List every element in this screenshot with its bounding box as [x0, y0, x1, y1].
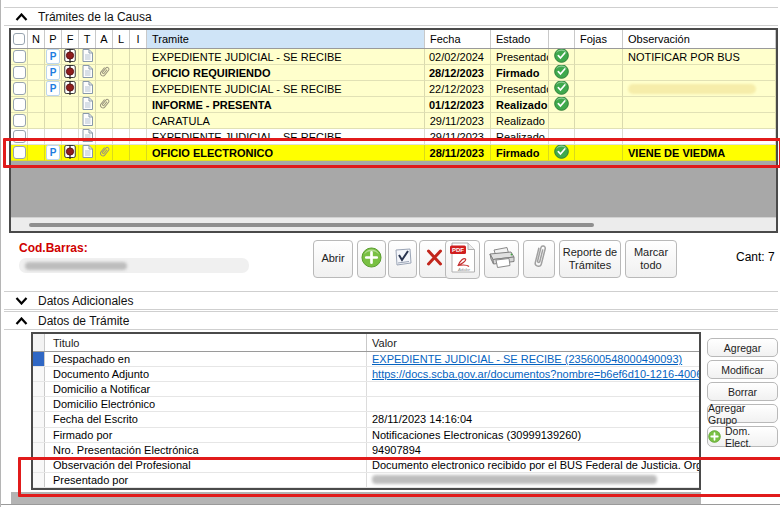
document-icon[interactable]	[82, 49, 93, 64]
reporte-tramites-button[interactable]: Reporte de Trámites	[559, 240, 621, 278]
grid-column-header-tramite[interactable]: Tramite	[147, 30, 425, 48]
presentacion-p-icon[interactable]: P	[46, 81, 60, 96]
row-selector[interactable]	[33, 458, 45, 472]
row-checkbox[interactable]	[13, 50, 26, 63]
grid-column-header-estado[interactable]: Estado	[491, 30, 549, 48]
tramite-cell: OFICIO REQUIRIENDO	[147, 65, 425, 81]
section-header-tramites[interactable]: Trámites de la Causa	[4, 7, 778, 26]
estado-cell: Presentado	[491, 49, 549, 65]
datos-row[interactable]: Domicilio Electrónico	[33, 397, 699, 412]
document-icon[interactable]	[82, 113, 93, 128]
grid-column-header-p[interactable]: P	[45, 30, 62, 48]
grid-column-header-n[interactable]: N	[28, 30, 45, 48]
datos-row[interactable]: Documento Adjuntohttps://docs.scba.gov.a…	[33, 367, 699, 382]
presentacion-p-icon[interactable]: P	[46, 65, 60, 80]
grid-cell	[28, 65, 45, 81]
grid-column-header-fecha[interactable]: Fecha	[425, 30, 491, 48]
presentacion-p-icon[interactable]: P	[46, 145, 60, 160]
grid-column-header-f[interactable]: F	[62, 30, 79, 48]
observacion-cell	[623, 113, 776, 129]
horizontal-scrollbar-thumb[interactable]	[29, 223, 594, 227]
valor-link[interactable]: https://docs.scba.gov.ar/documentos?nomb…	[372, 368, 699, 380]
grid-cell: P	[45, 81, 62, 97]
dom-elect-button[interactable]: Dom. Elect.	[707, 426, 778, 447]
tramite-row[interactable]: CARATULA29/11/2023Realizado	[11, 113, 776, 129]
cod-barras-input[interactable]	[19, 258, 249, 273]
row-selector[interactable]	[33, 382, 45, 396]
attachment-paperclip-icon[interactable]	[98, 97, 111, 112]
datos-row[interactable]: Firmado porNotificaciones Electronicas (…	[33, 428, 699, 443]
attachment-paperclip-icon[interactable]	[98, 145, 111, 160]
tramite-row[interactable]: POFICIO ELECTRONICO28/11/2023FirmadoVIEN…	[11, 145, 776, 161]
borrar-button[interactable]: Borrar	[707, 382, 778, 401]
grid-cell	[96, 129, 113, 145]
document-icon[interactable]	[82, 129, 93, 144]
datos-table-footer-scroll-area[interactable]	[11, 492, 701, 504]
valor-link[interactable]: EXPEDIENTE JUDICIAL - SE RECIBE (2356005…	[372, 353, 682, 365]
datos-row[interactable]: Presentado por	[33, 473, 699, 488]
tramite-cell: EXPEDIENTE JUDICIAL - SE RECIBE	[147, 129, 425, 145]
tramite-row[interactable]: EXPEDIENTE JUDICIAL - SE RECIBE29/11/202…	[11, 129, 776, 145]
firma-seal-icon	[64, 81, 76, 97]
row-checkbox[interactable]	[13, 66, 26, 79]
tramite-row[interactable]: PEXPEDIENTE JUDICIAL - SE RECIBE22/12/20…	[11, 81, 776, 97]
document-icon[interactable]	[82, 97, 93, 112]
row-checkbox[interactable]	[13, 82, 26, 95]
grid-cell: P	[45, 145, 62, 161]
row-selector[interactable]	[33, 352, 45, 366]
datos-row[interactable]: Domicilio a Notificar	[33, 382, 699, 397]
row-checkbox[interactable]	[13, 130, 26, 143]
section-header-datos-adicionales[interactable]: Datos Adicionales	[4, 291, 778, 310]
tramite-row[interactable]: INFORME - PRESENTA01/12/2023Realizado	[11, 97, 776, 113]
row-selector[interactable]	[33, 367, 45, 381]
fecha-cell: 29/11/2023	[425, 129, 491, 145]
grid-column-header-a[interactable]: A	[96, 30, 113, 48]
agregar-grupo-button[interactable]: Agregar Grupo	[707, 404, 778, 423]
attach-button[interactable]	[523, 240, 555, 278]
row-selector[interactable]	[33, 397, 45, 411]
grid-column-header-status[interactable]	[549, 30, 575, 48]
valor-column-header[interactable]: Valor	[367, 334, 699, 351]
select-all-checkbox[interactable]	[13, 33, 25, 45]
titulo-column-header[interactable]: Titulo	[45, 334, 367, 351]
datos-tramite-table: Titulo Valor Despachado enEXPEDIENTE JUD…	[31, 332, 701, 490]
row-selector[interactable]	[33, 473, 45, 487]
document-icon[interactable]	[82, 81, 93, 96]
datos-titulo-cell: Documento Adjunto	[45, 367, 367, 381]
grid-column-header-l[interactable]: L	[113, 30, 130, 48]
printer-icon	[487, 244, 517, 274]
grid-cell	[113, 81, 130, 97]
pdf-button[interactable]: PDFAdobe	[445, 240, 480, 279]
validate-button[interactable]	[388, 240, 417, 278]
horizontal-scrollbar[interactable]	[11, 217, 776, 231]
row-selector[interactable]	[33, 412, 45, 426]
section-header-datos-tramite[interactable]: Datos de Trámite	[4, 311, 778, 330]
grid-column-header-i[interactable]: I	[130, 30, 147, 48]
add-button[interactable]	[357, 240, 386, 278]
chevron-up-icon	[15, 10, 28, 24]
marcar-todo-button[interactable]: Marcar todo	[625, 240, 677, 278]
presentacion-p-icon[interactable]: P	[46, 49, 60, 64]
grid-column-header-t[interactable]: T	[79, 30, 96, 48]
print-button[interactable]	[484, 240, 519, 278]
document-icon[interactable]	[82, 65, 93, 80]
fecha-cell: 29/11/2023	[425, 113, 491, 129]
row-checkbox[interactable]	[13, 98, 26, 111]
row-selector[interactable]	[33, 443, 45, 457]
modificar-button[interactable]: Modificar	[707, 360, 778, 379]
datos-row[interactable]: Observación del ProfesionalDocumento ele…	[33, 458, 699, 473]
document-icon[interactable]	[82, 145, 93, 160]
grid-column-header-fojas[interactable]: Fojas	[575, 30, 623, 48]
attachment-paperclip-icon[interactable]	[98, 65, 111, 80]
row-checkbox[interactable]	[13, 114, 26, 127]
datos-row[interactable]: Despachado enEXPEDIENTE JUDICIAL - SE RE…	[33, 352, 699, 367]
datos-row[interactable]: Fecha del Escrito28/11/2023 14:16:04	[33, 412, 699, 427]
tramite-row[interactable]: PEXPEDIENTE JUDICIAL - SE RECIBE02/02/20…	[11, 49, 776, 65]
abrir-button[interactable]: Abrir	[313, 240, 353, 278]
tramite-row[interactable]: POFICIO REQUIRIENDO28/12/2023Firmado	[11, 65, 776, 81]
datos-row[interactable]: Nro. Presentación Electrónica94907894	[33, 443, 699, 458]
row-checkbox[interactable]	[13, 146, 26, 159]
row-selector[interactable]	[33, 428, 45, 442]
agregar-button[interactable]: Agregar	[707, 338, 778, 357]
grid-column-header-observacion[interactable]: Observación	[623, 30, 776, 48]
